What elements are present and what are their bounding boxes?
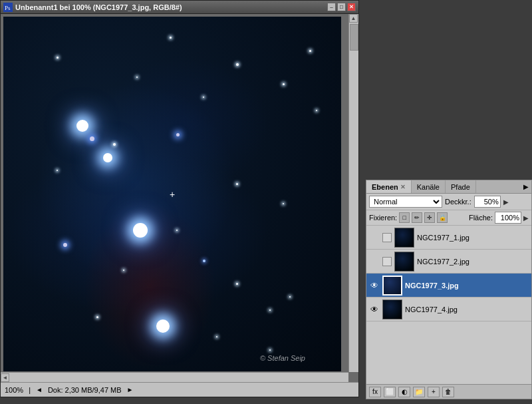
vertical-scrollbar[interactable]: ▲ xyxy=(348,14,358,372)
layer-4-thumb xyxy=(382,300,402,319)
copyright-text: © Stefan Seip xyxy=(260,354,305,362)
doc-size: Dok: 2,30 MB/9,47 MB xyxy=(48,386,122,394)
main-window: Ps Unbenannt1 bei 100% (NGC1977_3.jpg, R… xyxy=(0,0,359,397)
flaeche-arrow[interactable]: ▶ xyxy=(523,214,529,222)
fx-button[interactable]: fx xyxy=(369,387,381,397)
fix-icon-move[interactable]: ✛ xyxy=(424,212,435,223)
tab-ebenen-label: Ebenen xyxy=(372,183,398,191)
layer-3-name: NGC1977_3.jpg xyxy=(405,282,459,290)
tab-kanaele[interactable]: Kanäle xyxy=(412,180,446,193)
canvas-area: + ▲ ◄ © Stefan Seip xyxy=(1,14,358,382)
tab-ebenen[interactable]: Ebenen ✕ xyxy=(366,180,412,193)
layer-1-thumb xyxy=(394,228,414,248)
layer-item-3[interactable]: 👁 NGC1977_3.jpg xyxy=(366,274,531,298)
folder-button[interactable]: 📁 xyxy=(413,387,425,397)
layers-panel: Ebenen ✕ Kanäle Pfade ▶ Normal Deckkr.: … xyxy=(366,180,532,399)
app-icon: Ps xyxy=(3,3,13,12)
tab-ebenen-close[interactable]: ✕ xyxy=(400,184,406,190)
layer-2-eye[interactable]: 👁 xyxy=(369,256,380,267)
add-mask-button[interactable]: ⬜ xyxy=(384,387,396,397)
layer-2-name: NGC1977_2.jpg xyxy=(417,258,469,266)
layer-2-vis-checkbox[interactable] xyxy=(382,257,392,266)
tab-pfade-label: Pfade xyxy=(451,183,470,191)
layer-item-1[interactable]: 👁 NGC1977_1.jpg xyxy=(366,226,531,250)
layer-list: 👁 NGC1977_1.jpg 👁 NGC1977_2.jpg 👁 NGC197… xyxy=(366,226,531,321)
layer-1-eye[interactable]: 👁 xyxy=(369,232,380,243)
fix-row: Fixieren: □ ✏ ✛ 🔒 Fläche: ▶ xyxy=(366,210,531,226)
zoom-level: 100% xyxy=(5,386,23,394)
titlebar: Ps Unbenannt1 bei 100% (NGC1977_3.jpg, R… xyxy=(1,1,358,14)
blend-mode-select[interactable]: Normal xyxy=(369,196,442,208)
fix-icon-lock[interactable]: 🔒 xyxy=(437,212,448,223)
blend-opacity-row: Normal Deckkr.: 50% ▶ xyxy=(366,194,531,210)
layer-2-thumb xyxy=(394,252,414,272)
flaeche-input[interactable] xyxy=(495,212,521,224)
statusbar: 100% | ◄ Dok: 2,30 MB/9,47 MB ► xyxy=(1,382,358,397)
fix-icon-brush[interactable]: ✏ xyxy=(412,212,422,223)
crosshair: + xyxy=(170,189,175,200)
delete-layer-button[interactable]: 🗑 xyxy=(442,387,454,397)
layer-1-name: NGC1977_1.jpg xyxy=(417,234,469,242)
svg-text:Ps: Ps xyxy=(5,5,11,11)
layer-1-vis-checkbox[interactable] xyxy=(382,233,392,242)
tab-kanaele-label: Kanäle xyxy=(417,183,440,191)
fix-label: Fixieren: xyxy=(369,214,397,222)
window-controls: – □ ✕ xyxy=(327,3,356,11)
layer-item-4[interactable]: 👁 NGC1977_4.jpg xyxy=(366,298,531,321)
layer-3-thumb xyxy=(382,276,402,296)
horizontal-scrollbar[interactable]: ◄ xyxy=(1,372,348,382)
opacity-label: Deckkr.: xyxy=(445,198,471,206)
layer-item-2[interactable]: 👁 NGC1977_2.jpg xyxy=(366,250,531,274)
fix-icon-box[interactable]: □ xyxy=(399,212,410,223)
layer-4-eye[interactable]: 👁 xyxy=(369,304,380,315)
opacity-input[interactable]: 50% xyxy=(474,196,501,208)
close-button[interactable]: ✕ xyxy=(347,3,356,11)
layer-3-eye[interactable]: 👁 xyxy=(369,280,380,291)
panel-menu-arrow[interactable]: ▶ xyxy=(521,182,531,192)
new-layer-button[interactable]: + xyxy=(428,387,440,397)
status-arrow-left[interactable]: ◄ xyxy=(36,386,43,393)
scroll-left-arrow[interactable]: ◄ xyxy=(1,373,9,382)
scroll-up-arrow[interactable]: ▲ xyxy=(349,14,358,23)
layers-bottom-toolbar: fx ⬜ ◐ 📁 + 🗑 xyxy=(366,384,531,399)
statusbar-separator: | xyxy=(29,386,31,394)
opacity-arrow[interactable]: ▶ xyxy=(503,198,509,206)
minimize-button[interactable]: – xyxy=(327,3,336,11)
window-title: Unbenannt1 bei 100% (NGC1977_3.jpg, RGB/… xyxy=(15,3,327,11)
canvas-image[interactable]: + xyxy=(3,17,341,371)
scroll-thumb-v[interactable] xyxy=(350,24,358,51)
maximize-button[interactable]: □ xyxy=(337,3,346,11)
tab-pfade[interactable]: Pfade xyxy=(446,180,476,193)
flaeche-label: Fläche: xyxy=(469,214,493,222)
adjustment-button[interactable]: ◐ xyxy=(398,387,410,397)
status-arrow-right[interactable]: ► xyxy=(127,386,134,393)
panel-tabs: Ebenen ✕ Kanäle Pfade ▶ xyxy=(366,180,531,194)
layer-4-name: NGC1977_4.jpg xyxy=(405,305,458,313)
